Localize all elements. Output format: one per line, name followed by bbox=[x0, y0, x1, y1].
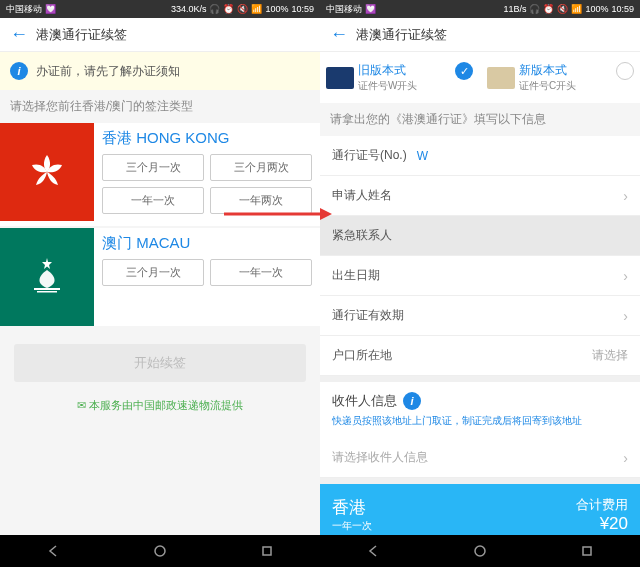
info-icon: i bbox=[10, 62, 28, 80]
nav-back-icon[interactable] bbox=[366, 544, 380, 558]
residence-field[interactable]: 户口所在地 请选择 bbox=[320, 336, 640, 376]
carrier: 中国移动 bbox=[6, 3, 42, 16]
doc-old-option[interactable]: 旧版本式 证件号W开头 bbox=[326, 62, 451, 93]
alarm-icon: ⏰ bbox=[543, 4, 554, 14]
carrier: 中国移动 bbox=[326, 3, 362, 16]
left-screen: 中国移动 💟 334.0K/s 🎧 ⏰ 🔇 📶 100% 10:59 ← 港澳通… bbox=[0, 0, 320, 567]
heart-icon: 💟 bbox=[365, 4, 376, 14]
status-bar: 中国移动 💟 334.0K/s 🎧 ⏰ 🔇 📶 100% 10:59 bbox=[0, 0, 320, 18]
expiry-field[interactable]: 通行证有效期 › bbox=[320, 296, 640, 336]
recipient-title: 收件人信息 bbox=[332, 392, 397, 410]
battery-pct: 100% bbox=[585, 4, 608, 14]
check-icon: ✓ bbox=[455, 62, 473, 80]
applicant-label: 申请人姓名 bbox=[332, 187, 392, 204]
info-icon[interactable]: i bbox=[403, 392, 421, 410]
residence-label: 户口所在地 bbox=[332, 347, 392, 364]
doc-old-title: 旧版本式 bbox=[358, 62, 417, 79]
notice-banner[interactable]: i 办证前，请先了解办证须知 bbox=[0, 52, 320, 90]
passport-icon bbox=[326, 67, 354, 89]
hk-opt-1[interactable]: 三个月两次 bbox=[210, 154, 312, 181]
header: ← 港澳通行证续签 bbox=[0, 18, 320, 52]
flag-hk-icon bbox=[0, 123, 94, 221]
battery-pct: 100% bbox=[265, 4, 288, 14]
recipient-section: 收件人信息 i 快递员按照该地址上门取证，制证完成后将回寄到该地址 bbox=[320, 382, 640, 438]
price-summary: 香港 一年一次 合计费用 ¥20 签注费¥20，快递费¥0 bbox=[320, 484, 640, 535]
time: 10:59 bbox=[291, 4, 314, 14]
nav-bar bbox=[320, 535, 640, 567]
headphone-icon: 🎧 bbox=[529, 4, 540, 14]
doc-new-option[interactable]: 新版本式 证件号C开头 bbox=[487, 62, 612, 93]
nav-back-icon[interactable] bbox=[46, 544, 60, 558]
check-empty-icon: ✓ bbox=[616, 62, 634, 80]
net-speed: 334.0K/s bbox=[171, 4, 207, 14]
region-macau: 澳门 MACAU 三个月一次 一年一次 bbox=[0, 228, 320, 326]
time: 10:59 bbox=[611, 4, 634, 14]
price-freq: 一年一次 bbox=[332, 519, 372, 533]
svg-rect-8 bbox=[583, 547, 591, 555]
macau-opt-1[interactable]: 一年一次 bbox=[210, 259, 312, 286]
price-dest: 香港 bbox=[332, 496, 372, 519]
doc-new-title: 新版本式 bbox=[519, 62, 576, 79]
wifi-icon: 📶 bbox=[571, 4, 582, 14]
emergency-label: 紧急联系人 bbox=[332, 227, 392, 244]
right-screen: 中国移动 💟 11B/s 🎧 ⏰ 🔇 📶 100% 10:59 ← 港澳通行证续… bbox=[320, 0, 640, 567]
macau-opt-0[interactable]: 三个月一次 bbox=[102, 259, 204, 286]
svg-marker-2 bbox=[42, 258, 52, 269]
doc-type-selector: 旧版本式 证件号W开头 ✓ 新版本式 证件号C开头 ✓ bbox=[320, 52, 640, 103]
hk-opt-2[interactable]: 一年一次 bbox=[102, 187, 204, 214]
svg-point-7 bbox=[475, 546, 485, 556]
svg-marker-1 bbox=[320, 208, 332, 220]
chevron-right-icon: › bbox=[623, 450, 628, 466]
doc-old-sub: 证件号W开头 bbox=[358, 79, 417, 93]
notice-text: 办证前，请先了解办证须知 bbox=[36, 63, 180, 80]
total-label: 合计费用 bbox=[530, 496, 628, 514]
back-icon[interactable]: ← bbox=[10, 24, 28, 45]
doc-new-sub: 证件号C开头 bbox=[519, 79, 576, 93]
chevron-right-icon: › bbox=[623, 268, 628, 284]
back-icon[interactable]: ← bbox=[330, 24, 348, 45]
postal-icon: ✉ bbox=[77, 399, 86, 411]
chevron-right-icon: › bbox=[623, 188, 628, 204]
start-button[interactable]: 开始续签 bbox=[14, 344, 306, 382]
alarm-icon: ⏰ bbox=[223, 4, 234, 14]
card-icon bbox=[487, 67, 515, 89]
nav-recent-icon[interactable] bbox=[260, 544, 274, 558]
total-amount: ¥20 bbox=[530, 514, 628, 534]
page-title: 港澳通行证续签 bbox=[356, 26, 447, 44]
svg-rect-4 bbox=[37, 291, 57, 293]
applicant-field[interactable]: 申请人姓名 › bbox=[320, 176, 640, 216]
flag-macau-icon bbox=[0, 228, 94, 326]
hk-opt-0[interactable]: 三个月一次 bbox=[102, 154, 204, 181]
annotation-arrow bbox=[224, 206, 332, 222]
nav-home-icon[interactable] bbox=[473, 544, 487, 558]
nav-bar bbox=[0, 535, 320, 567]
svg-point-5 bbox=[155, 546, 165, 556]
recipient-select[interactable]: 请选择收件人信息 › bbox=[320, 438, 640, 478]
heart-icon: 💟 bbox=[45, 4, 56, 14]
select-type-label: 请选择您前往香港/澳门的签注类型 bbox=[0, 90, 320, 123]
mute-icon: 🔇 bbox=[557, 4, 568, 14]
form-instruction: 请拿出您的《港澳通行证》填写以下信息 bbox=[320, 103, 640, 136]
svg-rect-6 bbox=[263, 547, 271, 555]
recipient-select-label: 请选择收件人信息 bbox=[332, 449, 428, 466]
service-provider: ✉ 本服务由中国邮政速递物流提供 bbox=[0, 392, 320, 419]
status-bar: 中国移动 💟 11B/s 🎧 ⏰ 🔇 📶 100% 10:59 bbox=[320, 0, 640, 18]
permit-no-field[interactable]: 通行证号(No.) W bbox=[320, 136, 640, 176]
emergency-contact-field[interactable]: 紧急联系人 bbox=[320, 216, 640, 256]
nav-home-icon[interactable] bbox=[153, 544, 167, 558]
wifi-icon: 📶 bbox=[251, 4, 262, 14]
page-title: 港澳通行证续签 bbox=[36, 26, 127, 44]
net-speed: 11B/s bbox=[503, 4, 526, 14]
nav-recent-icon[interactable] bbox=[580, 544, 594, 558]
birth-label: 出生日期 bbox=[332, 267, 380, 284]
macau-title: 澳门 MACAU bbox=[102, 234, 312, 253]
svg-rect-3 bbox=[34, 288, 60, 290]
chevron-right-icon: › bbox=[623, 308, 628, 324]
birth-field[interactable]: 出生日期 › bbox=[320, 256, 640, 296]
header: ← 港澳通行证续签 bbox=[320, 18, 640, 52]
headphone-icon: 🎧 bbox=[209, 4, 220, 14]
residence-value: 请选择 bbox=[592, 347, 628, 364]
expiry-label: 通行证有效期 bbox=[332, 307, 404, 324]
permit-no-value: W bbox=[417, 149, 628, 163]
hk-title: 香港 HONG KONG bbox=[102, 129, 312, 148]
